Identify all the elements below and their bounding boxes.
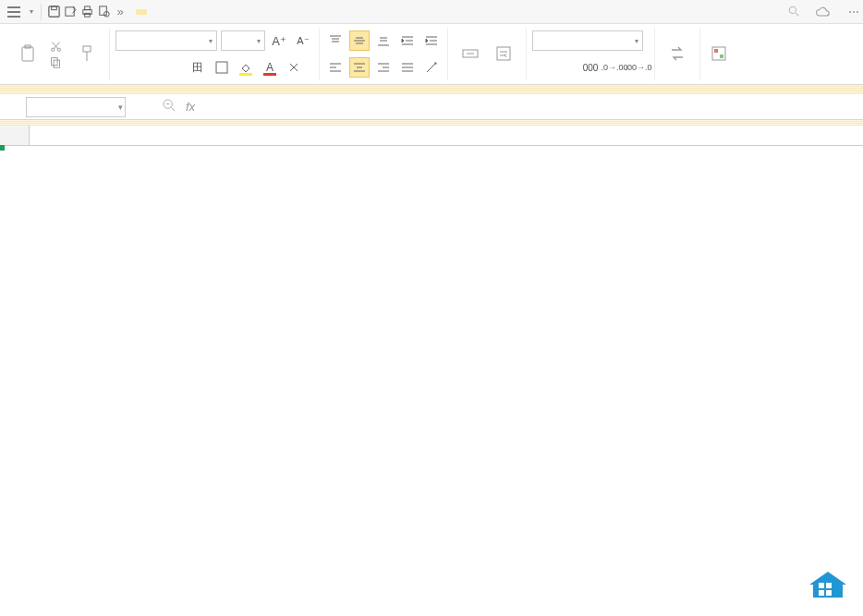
align-right-button[interactable] (373, 57, 394, 78)
number-group: ▾ 000 .0→.00 .00→.0 (527, 28, 655, 80)
svg-rect-26 (826, 590, 832, 596)
font-name-select[interactable]: ▾ (115, 30, 217, 51)
chevron-down-icon: ▾ (118, 103, 123, 112)
alignment-group (320, 28, 448, 80)
hamburger-menu[interactable] (4, 5, 24, 19)
increase-decimal-button[interactable]: .0→.00 (604, 57, 625, 78)
orientation-button[interactable] (421, 57, 442, 78)
more-qat-icon[interactable]: » (112, 4, 128, 20)
ribbon: ▾ ▾ A⁺ A⁻ 田 A (0, 24, 863, 85)
unsaved-indicator[interactable] (815, 6, 833, 18)
number-format-select[interactable]: ▾ (532, 30, 643, 51)
chevron-down-icon: ▾ (209, 37, 213, 45)
conditional-format-button[interactable] (706, 29, 732, 80)
svg-point-8 (789, 6, 796, 13)
formula-bar-row: ▾ fx (0, 94, 863, 120)
svg-rect-24 (826, 583, 832, 588)
tab-pagelayout[interactable] (158, 9, 169, 15)
currency-button[interactable] (532, 57, 553, 78)
tab-review[interactable] (191, 9, 202, 15)
cut-button[interactable] (48, 40, 67, 54)
strikethrough-button[interactable]: 田 (188, 57, 208, 78)
chevron-down-icon: ▾ (257, 37, 261, 45)
decrease-font-button[interactable]: A⁻ (293, 30, 313, 51)
underline-button[interactable] (164, 57, 184, 78)
save-icon[interactable] (45, 4, 62, 20)
watermark (806, 564, 856, 601)
command-search[interactable] (788, 6, 804, 18)
export-icon[interactable] (62, 4, 79, 20)
fx-icon[interactable]: fx (186, 100, 195, 114)
decrease-indent-button[interactable] (397, 30, 418, 51)
file-menu[interactable]: ▾ (24, 6, 37, 18)
selection-border (0, 146, 4, 150)
select-all-corner[interactable] (0, 126, 30, 145)
svg-rect-16 (216, 62, 227, 73)
tab-smarttools[interactable] (247, 9, 258, 15)
divider-band (0, 85, 863, 94)
scissors-icon (50, 41, 62, 53)
svg-rect-6 (99, 6, 106, 15)
decrease-decimal-button[interactable]: .00→.0 (628, 57, 649, 78)
clear-format-button[interactable] (284, 57, 304, 78)
align-middle-button[interactable] (349, 30, 370, 51)
merge-center-button[interactable] (454, 29, 487, 80)
border-button[interactable] (212, 57, 232, 78)
increase-font-button[interactable]: A⁺ (269, 30, 289, 51)
merge-wrap-group (448, 28, 527, 80)
ribbon-tabs (136, 9, 258, 15)
search-icon (788, 6, 800, 18)
justify-button[interactable] (397, 57, 418, 78)
chevron-down-icon: ▾ (30, 7, 33, 16)
align-top-button[interactable] (325, 30, 346, 51)
font-color-button[interactable]: A (260, 57, 280, 78)
font-size-select[interactable]: ▾ (221, 30, 265, 51)
svg-rect-20 (714, 49, 718, 53)
format-painter-button[interactable] (70, 29, 103, 80)
svg-rect-18 (497, 47, 510, 60)
align-left-button[interactable] (325, 57, 346, 78)
svg-rect-4 (84, 6, 90, 10)
align-center-button[interactable] (349, 57, 370, 78)
tab-formula[interactable] (169, 9, 180, 15)
svg-rect-21 (720, 54, 723, 58)
name-box[interactable]: ▾ (26, 97, 126, 117)
fill-color-button[interactable] (236, 57, 256, 78)
svg-rect-25 (819, 590, 824, 596)
type-convert-button[interactable] (661, 29, 694, 80)
clipboard-group (6, 28, 110, 80)
tab-insert[interactable] (147, 9, 158, 15)
print-icon[interactable] (79, 4, 95, 20)
svg-rect-0 (48, 6, 58, 17)
bold-button[interactable] (115, 57, 136, 78)
more-menu-icon[interactable]: ⋯ (848, 6, 859, 18)
thousands-button[interactable]: 000 (580, 57, 601, 78)
tab-member[interactable] (225, 9, 236, 15)
spreadsheet-grid[interactable] (0, 126, 863, 146)
tab-devtools[interactable] (213, 9, 225, 15)
copy-button[interactable] (48, 55, 67, 69)
tab-start[interactable] (136, 9, 147, 15)
svg-rect-15 (83, 46, 91, 52)
logo-icon (806, 564, 850, 601)
copy-icon (50, 56, 62, 68)
print-preview-icon[interactable] (95, 4, 112, 20)
wrap-text-button[interactable] (487, 29, 520, 80)
separator (41, 4, 42, 20)
align-bottom-button[interactable] (373, 30, 394, 51)
svg-rect-14 (54, 60, 60, 67)
menubar: ▾ » ⋯ (0, 0, 863, 24)
increase-indent-button[interactable] (421, 30, 442, 51)
fx-icons: fx (163, 99, 195, 115)
tab-view[interactable] (202, 9, 213, 15)
svg-rect-9 (22, 47, 33, 61)
zoom-out-icon[interactable] (163, 99, 176, 115)
svg-rect-13 (52, 57, 58, 65)
convert-group (655, 28, 700, 80)
percent-button[interactable] (556, 57, 577, 78)
cloud-icon (815, 6, 830, 18)
italic-button[interactable] (140, 57, 160, 78)
paste-button[interactable] (11, 29, 44, 80)
tab-data[interactable] (180, 9, 191, 15)
tab-docer[interactable] (236, 9, 247, 15)
